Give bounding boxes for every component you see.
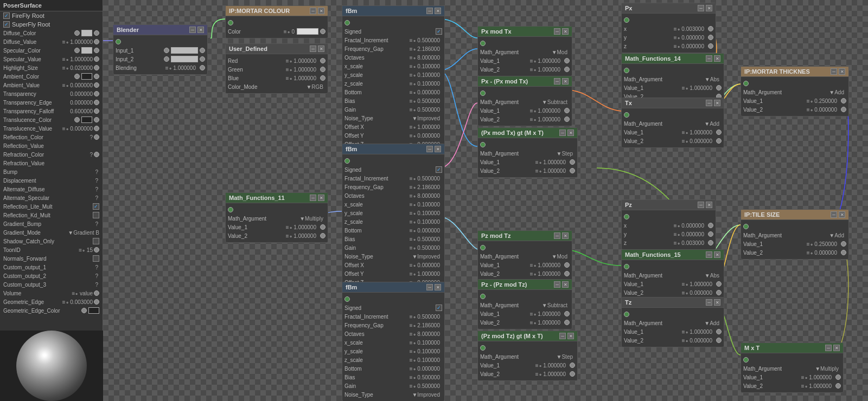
tx-minimize[interactable]: ─ [706,100,712,106]
user-defined-blue-port[interactable] [320,75,326,81]
px-close[interactable]: ✕ [706,5,712,11]
ip-ts-val1-port[interactable] [841,241,846,247]
fbm3-minimize[interactable]: ─ [426,284,433,290]
ip-mortar-colour-minimize[interactable]: ─ [310,8,316,14]
pz-out-port[interactable] [624,214,629,219]
port-translucence-color-out[interactable] [94,117,99,122]
ip-ts-out-port[interactable] [743,224,749,229]
px-minus-close[interactable]: ✕ [562,78,569,85]
fbm1-minimize[interactable]: ─ [426,8,433,14]
port-specular-color-in[interactable] [74,48,80,53]
pz-minus-header[interactable]: Pz - (Pz mod Tz) ─ ✕ [478,280,572,290]
user-defined-close[interactable]: ✕ [318,46,324,52]
px-mod-tx-close[interactable]: ✕ [562,28,569,35]
tx-val1-port[interactable] [716,130,722,135]
math15-val1-port[interactable] [716,281,722,287]
pz-close[interactable]: ✕ [706,202,712,208]
port-translucence-value[interactable] [94,126,99,131]
px-x-port[interactable] [708,26,713,31]
px-gt-close[interactable]: ✕ [567,130,574,136]
fbm1-close[interactable]: ✕ [435,8,441,14]
pz-minus-out-port[interactable] [480,294,486,299]
math-functions-15-header[interactable]: Math_Functions_15 ─ ✕ [622,250,724,260]
math15-out-port[interactable] [624,264,629,269]
px-gt-val1-port[interactable] [570,159,575,165]
m-x-t-minimize[interactable]: ─ [825,345,832,351]
px-gt-header[interactable]: (Px mod Tx) gt (M x T) ─ ✕ [478,128,577,138]
ip-mt-val2-port[interactable] [841,107,846,112]
px-minus-val2-port[interactable] [564,117,570,122]
blender-blending-port[interactable] [200,65,205,70]
pz-mod-tz-header[interactable]: Pz mod Tz ─ ✕ [478,231,572,241]
pz-minus-minimize[interactable]: ─ [554,281,560,288]
math14-close[interactable]: ✕ [714,55,720,62]
math14-minimize[interactable]: ─ [706,55,712,62]
fbm2-minimize[interactable]: ─ [426,146,433,152]
port-diffuse-value[interactable] [94,39,99,44]
port-highlight-size[interactable] [94,65,99,70]
blender-input1-out[interactable] [200,48,205,53]
port-transparency-falloff[interactable] [94,108,99,114]
pz-gt-close[interactable]: ✕ [567,333,574,339]
ip-mortar-colour-header[interactable]: IP:MORTAR COLOUR ─ ✕ [226,6,328,16]
blender-input2-swatch[interactable] [171,56,198,62]
ambient-color-swatch[interactable] [81,73,92,80]
tx-out-port[interactable] [624,112,629,118]
pz-gt-val2-port[interactable] [570,371,575,377]
blender-close-btn[interactable]: ✕ [197,27,204,33]
reflection-lite-checkbox[interactable] [93,203,99,210]
port-diffuse-color-in[interactable] [74,30,80,36]
port-diffuse-color-out[interactable] [94,30,99,36]
normals-forward-checkbox[interactable] [93,255,99,262]
mxt-val2-port[interactable] [835,383,841,389]
pz-mod-tz-close[interactable]: ✕ [562,232,569,239]
blender-input2-in[interactable] [164,56,169,62]
ip-tile-size-minimize[interactable]: ─ [831,211,837,218]
ip-mortar-colour-close[interactable]: ✕ [318,8,324,14]
pz-y-port[interactable] [708,231,713,237]
port-toonid[interactable] [94,247,99,253]
math-functions-11-header[interactable]: Math_Functions_11 ─ ✕ [226,193,328,203]
pz-mod-tz-out-port[interactable] [480,245,486,250]
px-minimize[interactable]: ─ [698,5,704,11]
port-volume[interactable] [94,290,99,296]
math11-out-port[interactable] [228,207,233,212]
tz-minimize[interactable]: ─ [706,299,712,306]
ip-mortar-thickness-minimize[interactable]: ─ [831,68,837,75]
px-z-port[interactable] [708,43,713,49]
px-mod-tx-minimize[interactable]: ─ [554,28,560,35]
ip-mortar-colour-out-port[interactable] [228,20,233,25]
port-geo-edge-color-in[interactable] [81,308,87,313]
tz-val2-port[interactable] [716,338,722,343]
firefly-root-checkbox[interactable] [3,12,10,19]
tz-out-port[interactable] [624,312,629,317]
blender-input1-swatch[interactable] [171,47,198,54]
ip-mt-val1-port[interactable] [841,98,846,104]
m-x-t-header[interactable]: M x T ─ ✕ [741,343,843,353]
px-header[interactable]: Px ─ ✕ [622,3,716,14]
px-gt-minimize[interactable]: ─ [559,130,566,136]
math11-val2-port[interactable] [320,233,326,238]
port-ambient-color-in[interactable] [74,74,80,79]
math-functions-11-close[interactable]: ✕ [318,195,324,201]
px-mod-tx-val2-port[interactable] [564,67,570,72]
ip-ts-val2-port[interactable] [841,250,846,255]
pz-header[interactable]: Pz ─ ✕ [622,200,716,210]
fbm2-out-port[interactable] [344,158,350,164]
fbm3-close[interactable]: ✕ [435,284,441,290]
px-minus-header[interactable]: Px - (Px mod Tx) ─ ✕ [478,76,572,87]
px-minus-minimize[interactable]: ─ [554,78,560,85]
port-specular-value[interactable] [94,56,99,62]
user-defined-green-port[interactable] [320,67,326,72]
px-minus-val1-port[interactable] [564,108,570,113]
pz-gt-header[interactable]: (Pz mod Tz) gt (M x T) ─ ✕ [478,331,577,341]
fbm2-signed-checkbox[interactable] [436,166,442,173]
port-ambient-value[interactable] [94,82,99,88]
pz-z-port[interactable] [708,240,713,245]
ip-mt-out-port[interactable] [743,81,749,86]
superfly-root-checkbox[interactable] [3,21,10,28]
pz-gt-minimize[interactable]: ─ [559,333,566,339]
port-translucence-color-in[interactable] [74,117,80,122]
diffuse-color-swatch[interactable] [81,30,92,36]
tz-header[interactable]: Tz ─ ✕ [622,297,724,308]
